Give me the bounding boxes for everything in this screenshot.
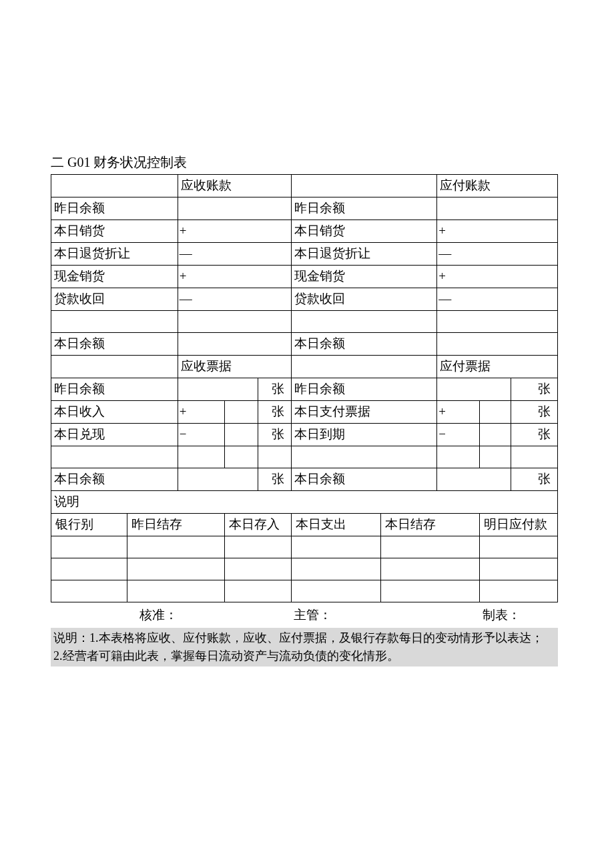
bank-cell xyxy=(127,580,224,602)
cell-blank xyxy=(258,446,291,468)
note-line-2: 2.经营者可籍由此表，掌握每日流动资产与流动负债的变化情形。 xyxy=(53,647,555,665)
unit-label: 张 xyxy=(258,378,291,401)
sig-approve: 核准： xyxy=(51,602,178,627)
row-label: 本日余额 xyxy=(51,468,178,491)
cell-value xyxy=(178,333,291,356)
unit-label: 张 xyxy=(258,424,291,446)
row-label: 本日兑现 xyxy=(51,424,178,446)
cell-value xyxy=(437,197,558,220)
row-label: 现金销货 xyxy=(291,266,437,288)
cell-sign: − xyxy=(178,424,224,446)
row-label: 昨日余额 xyxy=(51,378,178,401)
header-recv-acct: 应收账款 xyxy=(178,175,291,197)
cell-blank xyxy=(437,311,558,333)
cell-sign: − xyxy=(437,424,480,446)
cell-sign: ― xyxy=(178,288,291,311)
cell-value xyxy=(178,197,291,220)
bank-cell xyxy=(480,536,558,558)
bank-cell xyxy=(381,558,480,580)
bank-cell xyxy=(480,558,558,580)
cell-sign: + xyxy=(437,220,558,243)
cell-blank xyxy=(291,446,437,468)
cell-sign: + xyxy=(437,401,480,424)
cell-value xyxy=(437,468,511,491)
sig-blank xyxy=(178,602,291,627)
bank-col-tomorrow: 明日应付款 xyxy=(480,514,558,536)
bank-cell xyxy=(291,580,381,602)
row-label: 本日销货 xyxy=(51,220,178,243)
cell-blank xyxy=(178,446,224,468)
sig-supervisor: 主管： xyxy=(291,602,381,627)
unit-label: 张 xyxy=(258,468,291,491)
cell-sign: — xyxy=(178,243,291,266)
bank-cell xyxy=(291,536,381,558)
cell-blank xyxy=(291,175,437,197)
bank-cell xyxy=(480,580,558,602)
cell-sign: ― xyxy=(437,288,558,311)
row-label: 昨日余额 xyxy=(51,197,178,220)
bank-cell xyxy=(127,558,224,580)
row-label: 本日余额 xyxy=(291,333,437,356)
bank-cell xyxy=(224,558,291,580)
bank-cell xyxy=(51,580,127,602)
row-label: 本日退货折让 xyxy=(51,243,178,266)
unit-label: 张 xyxy=(511,378,558,401)
financial-control-table: 应收账款 应付账款 昨日余额 昨日余额 本日销货 + 本日销货 + 本日退货折让… xyxy=(51,174,558,626)
cell-blank xyxy=(178,311,291,333)
cell-value xyxy=(437,378,511,401)
cell-sign: + xyxy=(178,220,291,243)
cell-sign: + xyxy=(178,401,224,424)
bank-col-yesterday: 昨日结存 xyxy=(127,514,224,536)
cell-value xyxy=(224,424,258,446)
cell-value xyxy=(437,333,558,356)
row-label: 本日销货 xyxy=(291,220,437,243)
cell-blank xyxy=(291,356,437,378)
bank-cell xyxy=(224,580,291,602)
cell-blank xyxy=(291,311,437,333)
cell-blank xyxy=(480,446,511,468)
cell-value xyxy=(178,378,258,401)
bank-cell xyxy=(51,558,127,580)
bank-col-today-out: 本日支出 xyxy=(291,514,381,536)
header-recv-note: 应收票据 xyxy=(178,356,291,378)
cell-blank xyxy=(224,446,258,468)
bank-cell xyxy=(291,558,381,580)
sig-blank xyxy=(381,602,480,627)
row-label: 本日余额 xyxy=(291,468,437,491)
bank-col-bank: 银行别 xyxy=(51,514,127,536)
row-label: 贷款收回 xyxy=(51,288,178,311)
unit-label: 张 xyxy=(258,401,291,424)
page-title: 二 G01 财务状况控制表 xyxy=(51,153,563,171)
cell-value xyxy=(480,401,511,424)
row-label: 昨日余额 xyxy=(291,378,437,401)
header-pay-acct: 应付账款 xyxy=(437,175,558,197)
unit-label: 张 xyxy=(511,424,558,446)
unit-label: 张 xyxy=(511,401,558,424)
bank-cell xyxy=(381,536,480,558)
bank-cell xyxy=(381,580,480,602)
row-label: 本日余额 xyxy=(51,333,178,356)
bank-col-today-bal: 本日结存 xyxy=(381,514,480,536)
cell-blank xyxy=(51,175,178,197)
cell-value xyxy=(178,468,258,491)
cell-blank xyxy=(51,446,178,468)
unit-label: 张 xyxy=(511,468,558,491)
row-description: 说明 xyxy=(51,491,558,514)
row-label: 现金销货 xyxy=(51,266,178,288)
bank-cell xyxy=(224,536,291,558)
row-label: 本日退货折让 xyxy=(291,243,437,266)
cell-blank xyxy=(51,311,178,333)
cell-sign: + xyxy=(178,266,291,288)
cell-sign: + xyxy=(437,266,558,288)
cell-blank xyxy=(51,356,178,378)
row-label: 本日到期 xyxy=(291,424,437,446)
bank-col-today-in: 本日存入 xyxy=(224,514,291,536)
note-line-1: 说明：1.本表格将应收、应付账款，应收、应付票据，及银行存款每日的变动情形予以表… xyxy=(53,629,555,647)
row-label: 本日支付票据 xyxy=(291,401,437,424)
notes-block: 说明：1.本表格将应收、应付账款，应收、应付票据，及银行存款每日的变动情形予以表… xyxy=(51,628,558,667)
row-label: 昨日余额 xyxy=(291,197,437,220)
cell-value xyxy=(480,424,511,446)
bank-cell xyxy=(51,536,127,558)
cell-blank xyxy=(437,446,480,468)
row-label: 本日收入 xyxy=(51,401,178,424)
